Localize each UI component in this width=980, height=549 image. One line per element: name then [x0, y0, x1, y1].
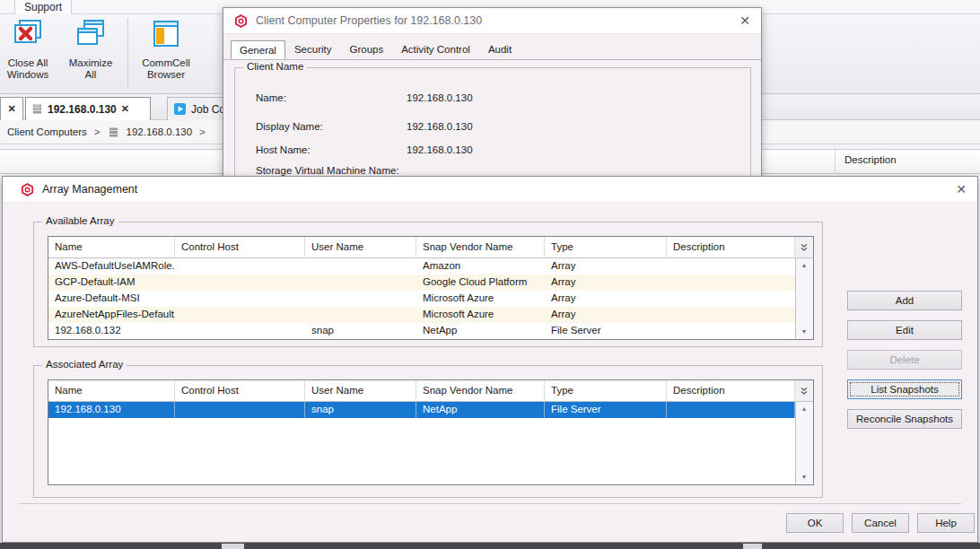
- table-cell: Microsoft Azure: [416, 307, 545, 323]
- host-name-label: Host Name:: [256, 144, 311, 155]
- close-all-windows-button[interactable]: Close All Windows: [0, 18, 56, 92]
- ribbon-separator: [127, 18, 128, 88]
- table-cell: snap: [305, 402, 416, 418]
- client-computer-properties-dialog: Client Computer Properties for 192.168.0…: [223, 7, 762, 187]
- ribbon-tab-support[interactable]: Support: [14, 0, 72, 14]
- reconcile-snapshots-button[interactable]: Reconcile Snapshots: [847, 409, 962, 429]
- groupbox-legend: Associated Array: [42, 359, 127, 370]
- double-chevron-down-icon: [800, 240, 809, 256]
- column-header[interactable]: Description: [667, 380, 795, 402]
- storage-virtual-machine-name-label: Storage Virtual Machine Name:: [256, 165, 399, 176]
- table-grid: NameControl HostUser NameSnap Vendor Nam…: [48, 380, 795, 484]
- scroll-up-icon[interactable]: ▲: [795, 402, 813, 416]
- window-tab-partial[interactable]: ✕: [0, 97, 23, 120]
- tab-activity-control[interactable]: Activity Control: [392, 39, 479, 59]
- table-row[interactable]: 192.168.0.130snapNetAppFile Server: [48, 402, 795, 418]
- column-header[interactable]: User Name: [305, 380, 416, 402]
- delete-button: Delete: [847, 350, 962, 370]
- breadcrumb-item-client[interactable]: 192.168.0.130: [127, 126, 193, 137]
- table-cell: Array: [545, 258, 667, 274]
- tab-groups[interactable]: Groups: [340, 39, 392, 59]
- close-tab-icon[interactable]: ✕: [121, 103, 129, 115]
- table-cell: [175, 258, 305, 274]
- table-row[interactable]: 192.168.0.132snapNetAppFile Server: [48, 323, 795, 339]
- commvault-logo-icon: [234, 14, 248, 28]
- list-snapshots-button[interactable]: List Snapshots: [847, 379, 962, 399]
- breadcrumb-separator: >: [199, 126, 206, 137]
- table-cell: 192.168.0.130: [48, 402, 175, 418]
- associated-array-table: NameControl HostUser NameSnap Vendor Nam…: [48, 379, 814, 485]
- scroll-down-icon[interactable]: ▼: [795, 325, 813, 339]
- table-cell: [305, 258, 416, 274]
- host-name-value: 192.168.0.130: [407, 144, 473, 155]
- commvault-logo-icon: [21, 183, 34, 196]
- table-cell: [175, 402, 305, 418]
- dialog-titlebar[interactable]: Client Computer Properties for 192.168.0…: [223, 8, 761, 34]
- column-chooser-button[interactable]: [795, 237, 813, 258]
- tab-audit[interactable]: Audit: [479, 39, 521, 59]
- background-description-column-header[interactable]: Description: [844, 154, 897, 165]
- window-tab-label: 192.168.0.130: [48, 103, 117, 116]
- table-cell: [667, 402, 795, 418]
- table-cell: Array: [545, 307, 667, 323]
- table-cell: 192.168.0.132: [48, 323, 175, 339]
- taskbar-item[interactable]: [222, 544, 244, 549]
- cancel-button[interactable]: Cancel: [852, 513, 909, 533]
- background-grid-column-divider: [835, 149, 836, 174]
- table-cell: NetApp: [416, 402, 545, 418]
- table-cell: [305, 291, 416, 307]
- column-header[interactable]: Type: [545, 380, 667, 402]
- commcell-browser-button[interactable]: CommCell Browser: [138, 18, 194, 92]
- taskbar-item[interactable]: [743, 544, 762, 549]
- commcell-browser-label-2: Browser: [147, 69, 185, 81]
- table-cell: File Server: [545, 323, 667, 339]
- table-cell: [667, 274, 795, 291]
- close-tab-icon[interactable]: ✕: [7, 103, 15, 115]
- close-icon[interactable]: ✕: [739, 13, 750, 28]
- column-header[interactable]: Name: [48, 237, 175, 258]
- breadcrumb-item-client-computers[interactable]: Client Computers: [7, 126, 87, 137]
- column-header[interactable]: Control Host: [175, 237, 305, 258]
- close-icon[interactable]: ✕: [956, 182, 967, 196]
- maximize-all-button[interactable]: Maximize All: [63, 18, 118, 92]
- column-header[interactable]: Description: [667, 237, 795, 258]
- scroll-up-icon[interactable]: ▲: [795, 258, 813, 273]
- edit-button[interactable]: Edit: [847, 320, 962, 340]
- table-cell: Microsoft Azure: [416, 291, 545, 307]
- table-cell: [667, 307, 795, 323]
- table-row[interactable]: GCP-Default-IAMGoogle Cloud PlatformArra…: [48, 274, 795, 291]
- table-row[interactable]: AWS-DefaultUseIAMRole...AmazonArray: [48, 258, 795, 274]
- tab-general[interactable]: General: [231, 40, 285, 60]
- footer-divider: [19, 503, 961, 504]
- column-header[interactable]: Name: [48, 380, 175, 402]
- table-cell: [667, 291, 795, 307]
- application-window: Support Close All Windows: [0, 0, 980, 549]
- column-header[interactable]: Snap Vendor Name: [416, 237, 545, 258]
- table-row[interactable]: Azure-Default-MSIMicrosoft AzureArray: [48, 291, 795, 307]
- table-cell: Google Cloud Platform: [416, 274, 545, 291]
- close-all-windows-label-1: Close All: [8, 57, 48, 69]
- add-button[interactable]: Add: [847, 291, 962, 310]
- table-row[interactable]: AzureNetAppFiles-Default...Microsoft Azu…: [48, 307, 795, 323]
- array-management-dialog: Array Management ✕ Available Array NameC…: [2, 176, 978, 543]
- table-cell: snap: [305, 323, 416, 339]
- column-chooser-button[interactable]: [795, 380, 813, 402]
- column-header[interactable]: User Name: [305, 237, 416, 258]
- table-cell: GCP-Default-IAM: [48, 274, 175, 291]
- table-cell: AzureNetAppFiles-Default...: [48, 307, 175, 323]
- window-tab-active[interactable]: 192.168.0.130 ✕: [25, 97, 151, 120]
- column-header[interactable]: Snap Vendor Name: [416, 380, 545, 402]
- properties-tabstrip: General Security Groups Activity Control…: [231, 39, 754, 59]
- table-cell: [175, 307, 305, 323]
- column-header[interactable]: Control Host: [175, 380, 305, 402]
- maximize-all-label-2: All: [85, 69, 97, 81]
- help-button[interactable]: Help: [917, 513, 975, 533]
- ok-button[interactable]: OK: [786, 513, 844, 533]
- tab-security[interactable]: Security: [285, 39, 341, 59]
- table-cell: AWS-DefaultUseIAMRole...: [48, 258, 175, 274]
- column-header[interactable]: Type: [545, 237, 667, 258]
- scroll-down-icon[interactable]: ▼: [795, 470, 813, 484]
- table-header-row: NameControl HostUser NameSnap Vendor Nam…: [48, 237, 795, 258]
- dialog-titlebar[interactable]: Array Management ✕: [3, 177, 977, 203]
- table-cell: [305, 307, 416, 323]
